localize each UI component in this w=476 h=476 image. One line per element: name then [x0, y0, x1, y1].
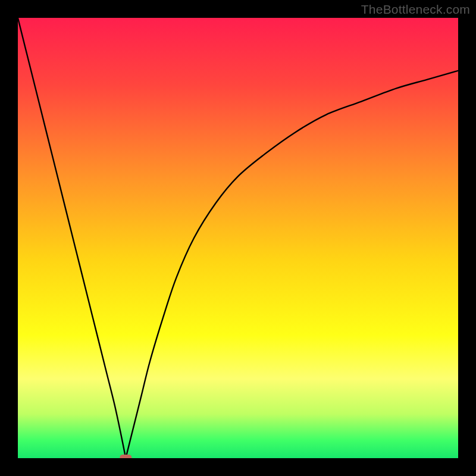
watermark-text: TheBottleneck.com [361, 2, 470, 17]
plot-area [18, 18, 458, 458]
chart-frame: TheBottleneck.com [0, 0, 476, 476]
gradient-background [18, 18, 458, 458]
chart-svg [18, 18, 458, 458]
bottleneck-marker [120, 455, 131, 458]
